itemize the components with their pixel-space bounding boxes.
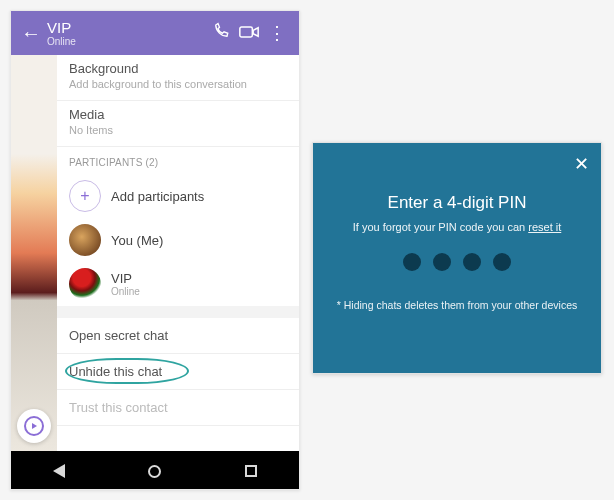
svg-rect-0 [240,27,253,37]
media-sub: No Items [69,124,287,136]
open-secret-chat-row[interactable]: Open secret chat [57,318,299,354]
avatar [69,224,101,256]
header-title-block[interactable]: VIP Online [43,19,207,47]
chat-wallpaper-strip [11,55,57,451]
trust-contact-row[interactable]: Trust this contact [57,390,299,426]
participant-name: VIP [111,271,140,286]
unhide-chat-row[interactable]: Unhide this chat [57,354,299,390]
participant-status: Online [111,286,140,297]
avatar [69,268,101,300]
dialog-sub-text: If you forgot your PIN code you can [353,221,528,233]
dialog-title: Enter a 4-digit PIN [331,193,583,213]
participant-row[interactable]: VIP Online [57,262,299,306]
close-icon[interactable]: ✕ [574,153,589,175]
plus-icon: + [69,180,101,212]
background-sub: Add background to this conversation [69,78,287,90]
background-label: Background [69,61,287,76]
pin-dot [493,253,511,271]
dialog-subtitle: If you forgot your PIN code you can rese… [331,221,583,233]
participants-title: PARTICIPANTS (2) [57,147,299,174]
more-icon[interactable]: ⋮ [263,22,291,44]
voice-call-icon[interactable] [207,22,235,45]
nav-back-icon[interactable] [53,464,65,478]
pin-dialog: ✕ Enter a 4-digit PIN If you forgot your… [312,142,602,374]
play-fab[interactable] [17,409,51,443]
dialog-note: * Hiding chats deletes them from your ot… [331,299,583,311]
reset-link[interactable]: reset it [528,221,561,233]
section-spacer [57,306,299,318]
phone-screen: ← VIP Online ⋮ Background Add background… [10,10,300,490]
back-icon[interactable]: ← [19,22,43,45]
chat-status: Online [47,36,207,47]
pin-dot [433,253,451,271]
nav-home-icon[interactable] [148,465,161,478]
chat-title: VIP [47,19,207,36]
media-row[interactable]: Media No Items [57,101,299,147]
pin-dot [463,253,481,271]
participant-name: You (Me) [111,233,163,248]
participant-row[interactable]: You (Me) [57,218,299,262]
media-label: Media [69,107,287,122]
nav-recent-icon[interactable] [245,465,257,477]
pin-dot [403,253,421,271]
content-area: Background Add background to this conver… [11,55,299,451]
add-participants-label: Add participants [111,189,204,204]
chat-header: ← VIP Online ⋮ [11,11,299,55]
android-nav-bar [11,451,299,490]
background-row[interactable]: Background Add background to this conver… [57,55,299,101]
pin-dots[interactable] [331,253,583,271]
add-participants-row[interactable]: + Add participants [57,174,299,218]
video-call-icon[interactable] [235,23,263,44]
info-panel: Background Add background to this conver… [57,55,299,451]
